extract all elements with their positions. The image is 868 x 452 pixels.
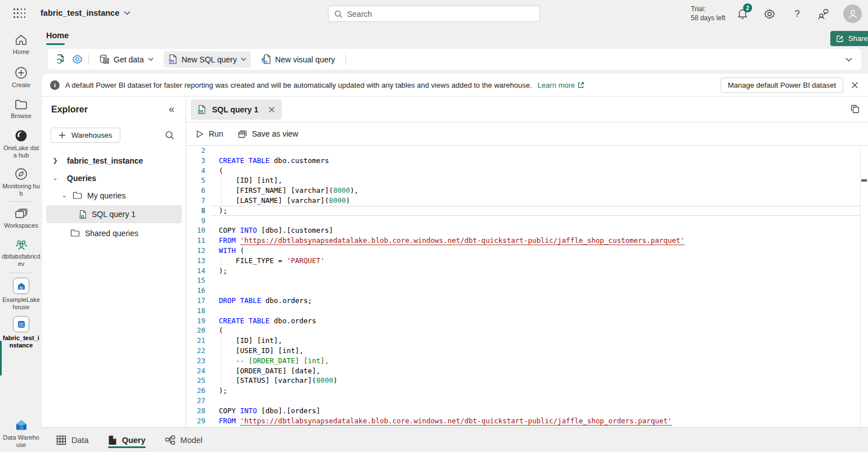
rail-item-home[interactable]: Home [0, 34, 42, 56]
help-button[interactable]: ? [791, 8, 803, 20]
tree-item-sql-query-1[interactable]: SQL SQL query 1 [46, 205, 182, 223]
code-line[interactable]: 16 [186, 286, 868, 296]
close-tab-button[interactable] [268, 106, 275, 113]
code-line[interactable]: 28COPY INTO [dbo].[orders] [186, 406, 868, 416]
code-line[interactable]: 2 [186, 146, 868, 156]
code-line[interactable]: 11FROM 'https://dbtlabsynapsedatalake.bl… [186, 236, 868, 246]
code-line[interactable]: 15 [186, 275, 868, 286]
code-line[interactable]: 26); [186, 386, 868, 396]
gear-icon [764, 8, 775, 20]
search-input[interactable] [347, 10, 534, 19]
tab-query[interactable]: Query [108, 428, 146, 452]
workspaces-icon [0, 208, 42, 220]
code-line[interactable]: 24 [ORDER_DATE] [date], [186, 366, 868, 376]
code-line[interactable]: 4( [186, 166, 868, 176]
line-number: 16 [186, 286, 210, 296]
line-number: 19 [186, 316, 210, 326]
scroll-position-marker[interactable] [861, 179, 867, 182]
run-button[interactable]: Run [196, 129, 223, 138]
manage-dataset-button[interactable]: Manage default Power BI dataset [721, 78, 843, 93]
code-line[interactable]: 8); [186, 206, 868, 216]
code-line[interactable]: 19CREATE TABLE dbo.orders [186, 316, 868, 326]
line-number: 21 [186, 336, 210, 346]
settings-button[interactable] [763, 8, 776, 20]
rail-item-dbtlabsfabricdev[interactable]: dbtlabsfabricdev [0, 238, 42, 268]
new-sql-query-label: New SQL query [182, 55, 237, 64]
chevron-down-icon[interactable]: ⌄ [61, 192, 68, 199]
notification-badge[interactable]: 2 [743, 3, 752, 12]
copy-button[interactable] [851, 105, 860, 114]
database-icon [99, 54, 110, 65]
new-sql-query-button[interactable]: SQL New SQL query [164, 51, 251, 67]
rail-item-examplelakehouse[interactable]: ExampleLakehouse [0, 278, 42, 311]
account-avatar[interactable] [843, 4, 862, 23]
new-visual-query-button[interactable]: New visual query [257, 51, 340, 67]
code-line[interactable]: 13 FILE_TYPE = 'PARQUET' [186, 256, 868, 266]
learn-more-link[interactable]: Learn more [538, 81, 584, 89]
feedback-button[interactable] [817, 8, 829, 20]
code-line[interactable]: 9 [186, 216, 868, 226]
code-line[interactable]: 25 [STATUS] [varchar](8000) [186, 376, 868, 386]
add-warehouses-button[interactable]: Warehouses [51, 128, 120, 143]
rail-item-workspaces[interactable]: Workspaces [0, 208, 42, 229]
tree-item-shared-queries[interactable]: Shared queries [42, 224, 186, 242]
code-line[interactable]: 3CREATE TABLE dbo.customers [186, 156, 868, 166]
close-icon [268, 106, 275, 113]
line-number: 23 [186, 356, 210, 366]
code-line[interactable]: 14); [186, 266, 868, 276]
code-line-text: WITH ( [210, 246, 244, 256]
rail-item-data-warehouse[interactable]: Data Warehouse [0, 418, 42, 449]
tab-model[interactable]: Model [165, 428, 203, 452]
query-document-icon [108, 435, 117, 445]
banner-message: A default Power BI dataset for faster re… [65, 81, 532, 89]
banner-close-button[interactable] [849, 79, 860, 91]
ribbon-expand-button[interactable] [843, 54, 854, 65]
tab-home[interactable]: Home [46, 31, 69, 40]
code-line[interactable]: 20( [186, 326, 868, 336]
app-launcher-icon[interactable] [14, 8, 26, 19]
editor-scrollbar[interactable] [860, 146, 868, 427]
folder-icon [0, 99, 42, 110]
sql-file-icon: SQL [79, 210, 87, 219]
code-line[interactable]: 29FROM 'https://dbtlabsynapsedatalake.bl… [186, 416, 868, 426]
code-line[interactable]: 12WITH ( [186, 246, 868, 256]
workspace-switcher[interactable]: fabric_test_instance [41, 8, 131, 17]
save-as-view-button[interactable]: Save as view [238, 129, 298, 138]
tree-item-warehouse[interactable]: ❯ fabric_test_instance [42, 152, 186, 169]
code-line[interactable]: 7 [LAST_NAME] [varchar](8000) [186, 196, 868, 206]
home-icon [0, 34, 42, 46]
tree-item-my-queries[interactable]: ⌄ My queries [42, 187, 186, 204]
toolbar-divider [88, 54, 89, 65]
rail-item-fabric-test-instance[interactable]: fabric_test_instance [0, 316, 42, 349]
line-number: 28 [186, 406, 210, 416]
code-line[interactable]: 6 [FIRST_NAME] [varchar](8000), [186, 186, 868, 196]
code-line[interactable]: 17DROP TABLE dbo.orders; [186, 296, 868, 306]
query-settings-button[interactable] [71, 54, 83, 65]
code-line[interactable]: 5 [ID] [int], [186, 175, 868, 186]
code-line[interactable]: 22 [USER_ID] [int], [186, 346, 868, 356]
get-data-button[interactable]: Get data [95, 51, 158, 67]
rail-item-create[interactable]: Create [0, 66, 42, 89]
code-line[interactable]: 27 [186, 396, 868, 406]
rail-item-browse[interactable]: Browse [0, 99, 42, 120]
code-line[interactable]: 21 [ID] [int], [186, 336, 868, 346]
tab-query-label: Query [122, 436, 146, 445]
chevron-down-icon[interactable]: ⌄ [52, 174, 59, 182]
refresh-source-button[interactable] [55, 54, 66, 65]
query-tab[interactable]: SQL SQL query 1 [191, 100, 282, 120]
code-line[interactable]: 10COPY INTO [dbo].[customers] [186, 225, 868, 236]
tree-item-queries[interactable]: ⌄ Queries [42, 169, 186, 187]
rail-item-monitoring-hub[interactable]: Monitoring hub [0, 168, 42, 197]
share-button[interactable]: Share [830, 31, 868, 46]
code-line[interactable]: 23 -- [ORDER_DATE] [int], [186, 356, 868, 366]
code-line[interactable]: 18 [186, 306, 868, 316]
global-search[interactable] [328, 6, 540, 22]
chevron-right-icon[interactable]: ❯ [52, 157, 59, 164]
explorer-search-icon[interactable] [165, 130, 174, 140]
svg-text:SQL: SQL [198, 110, 204, 113]
collapse-panel-button[interactable]: « [169, 103, 174, 115]
rail-item-onelake-data-hub[interactable]: OneLake data hub [0, 129, 42, 159]
code-editor-area[interactable]: 23CREATE TABLE dbo.customers4(5 [ID] [in… [186, 146, 868, 427]
tab-data[interactable]: Data [56, 428, 89, 452]
code-line-text: ); [210, 206, 227, 216]
